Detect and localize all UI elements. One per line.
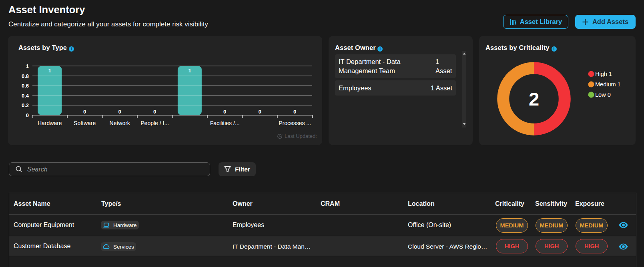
svg-text:0.2: 0.2 <box>22 102 29 108</box>
svg-text:0: 0 <box>83 109 86 115</box>
svg-text:0: 0 <box>293 109 296 115</box>
svg-text:Hardware: Hardware <box>38 120 62 126</box>
svg-text:0.6: 0.6 <box>22 83 29 89</box>
svg-text:People / I...: People / I... <box>140 120 169 126</box>
svg-text:0: 0 <box>26 112 29 118</box>
svg-text:0.4: 0.4 <box>22 93 29 99</box>
svg-text:Medium 1: Medium 1 <box>595 81 621 88</box>
svg-text:Processes ...: Processes ... <box>279 120 311 126</box>
svg-text:0: 0 <box>118 109 121 115</box>
svg-text:Software: Software <box>74 120 96 126</box>
svg-text:0: 0 <box>223 109 226 115</box>
svg-text:0.8: 0.8 <box>22 73 29 79</box>
svg-text:2: 2 <box>529 88 539 110</box>
svg-text:Facilities /...: Facilities /... <box>210 120 240 126</box>
svg-text:0: 0 <box>258 109 261 115</box>
svg-text:Network: Network <box>110 120 130 126</box>
svg-text:0: 0 <box>153 109 156 115</box>
svg-text:1: 1 <box>189 68 191 74</box>
svg-text:Low 0: Low 0 <box>595 92 611 98</box>
svg-text:1: 1 <box>26 63 29 69</box>
svg-text:1: 1 <box>48 68 51 74</box>
svg-text:High 1: High 1 <box>595 71 612 77</box>
